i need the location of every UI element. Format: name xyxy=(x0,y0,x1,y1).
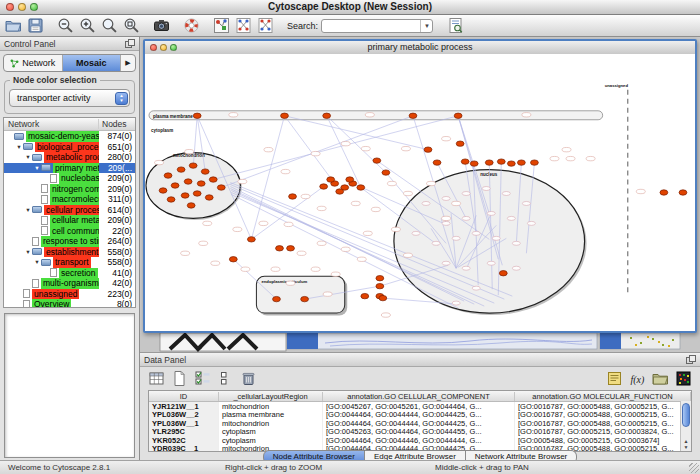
search-dropdown-arrow-icon[interactable]: ▼ xyxy=(420,20,430,32)
folder-icon xyxy=(32,154,42,161)
column-header-annotation-go-cellular-component[interactable]: annotation.GO CELLULAR_COMPONENT xyxy=(323,392,515,401)
app-titlebar: Cytoscape Desktop (New Session) xyxy=(0,0,700,15)
status-welcome: Welcome to Cytoscape 2.8.1 xyxy=(8,463,110,472)
node-count: 209(... xyxy=(108,163,132,174)
tree-row-response-to-stimul[interactable]: response to stimul264(0) xyxy=(4,236,135,247)
zoom-actual-icon[interactable] xyxy=(101,17,118,34)
tree-row-biological-process[interactable]: ▼biological_process651(0) xyxy=(4,142,135,153)
toolbar-group xyxy=(5,17,44,34)
column-header-id[interactable]: ID xyxy=(149,392,219,401)
folder-icon xyxy=(32,206,42,213)
snapshot-icon[interactable] xyxy=(153,17,170,34)
toolbar-group xyxy=(153,17,170,34)
zoom-fit-icon[interactable] xyxy=(123,17,140,34)
expand-arrow-icon[interactable]: ▼ xyxy=(24,247,32,258)
tree-row-establishment-of-lo[interactable]: ▼establishment of lo558(0) xyxy=(4,247,135,258)
group-label: Node color selection xyxy=(10,75,100,85)
tree-row-unassigned[interactable]: unassigned223(0) xyxy=(4,289,135,300)
search-input[interactable] xyxy=(324,20,420,32)
layout-icon-2[interactable] xyxy=(257,17,274,34)
tree-row-secretion[interactable]: secretion41(0) xyxy=(4,268,135,279)
table-scrollbar[interactable]: ▲▼ xyxy=(680,401,691,451)
app-title: Cytoscape Desktop (New Session) xyxy=(0,1,700,12)
attr-table-icon[interactable] xyxy=(148,370,165,387)
network-tree-rows: mosaic-demo-yeast874(0)▼biological_proce… xyxy=(4,131,135,308)
help-icon[interactable] xyxy=(183,17,200,34)
column-header-cellularlayoutregion[interactable]: _cellularLayoutRegion xyxy=(219,392,323,401)
expand-arrow-icon[interactable]: ▼ xyxy=(33,257,41,268)
node-count: 874(0) xyxy=(107,131,132,142)
birds-eye-view[interactable] xyxy=(4,313,135,458)
save-icon[interactable] xyxy=(27,17,44,34)
unselect-attr-icon[interactable] xyxy=(217,370,234,387)
data-panel-title: Data Panel xyxy=(144,355,186,365)
svg-text:plasma membrane: plasma membrane xyxy=(153,114,193,119)
table-row-ypl036w-1[interactable]: YPL036W__1mitochondrion[GO:0044464, GO:0… xyxy=(149,419,691,428)
select-attr-icon[interactable] xyxy=(194,370,211,387)
matrix-icon[interactable] xyxy=(675,370,692,387)
zoom-out-icon[interactable] xyxy=(57,17,74,34)
float-panel-icon[interactable] xyxy=(125,39,135,48)
expand-arrow-icon[interactable]: ▼ xyxy=(24,152,32,163)
node-count: 558(0) xyxy=(107,257,132,268)
network-tab-icon xyxy=(10,59,19,68)
new-attr-icon[interactable] xyxy=(171,370,188,387)
tree-row-cellular-metabo[interactable]: cellular metabo209(0) xyxy=(4,215,135,226)
table-row-yjr121w-1[interactable]: YJR121W__1mitochondrion[GO:0045267, GO:0… xyxy=(149,402,691,411)
resize-grip[interactable] xyxy=(689,463,699,473)
combo-stepper-icon: ▲▼ xyxy=(115,92,128,105)
node-color-select[interactable]: transporter activity ▲▼ xyxy=(9,89,130,107)
tree-row-cellular-process[interactable]: ▼cellular process614(0) xyxy=(4,205,135,216)
tree-row-nitrogen-compo[interactable]: nitrogen compo209(0) xyxy=(4,184,135,195)
tree-row-overview[interactable]: Overview8(0) xyxy=(4,299,135,308)
file-icon xyxy=(41,184,48,193)
float-panel-icon[interactable] xyxy=(686,355,696,364)
network-window-titlebar[interactable]: primary metabolic process xyxy=(145,41,695,55)
scrollbar-thumb[interactable] xyxy=(682,403,690,427)
import-icon[interactable] xyxy=(652,370,669,387)
vizmapper-icon[interactable] xyxy=(213,17,230,34)
column-header-annotation-go-molecular-function[interactable]: annotation.GO MOLECULAR_FUNCTION xyxy=(515,392,691,401)
file-icon xyxy=(32,237,39,246)
tree-col-nodes[interactable]: Nodes xyxy=(98,119,135,129)
tab-overflow-arrow-icon[interactable]: ▶ xyxy=(121,55,135,71)
tree-row-transport[interactable]: ▼transport558(0) xyxy=(4,257,135,268)
network-graph[interactable]: plasma membranecytoplasmmitochondrionnuc… xyxy=(145,54,695,331)
svg-text:cytoplasm: cytoplasm xyxy=(151,128,173,133)
node-count: 209(0) xyxy=(107,184,132,195)
expand-arrow-icon[interactable]: ▼ xyxy=(33,163,41,174)
scrollbar-arrows-icon[interactable]: ▲▼ xyxy=(681,438,691,450)
zoom-in-icon[interactable] xyxy=(79,17,96,34)
network-view-window[interactable]: primary metabolic process plasma membran… xyxy=(143,39,697,333)
toolbar-icons xyxy=(5,17,287,34)
tree-col-network[interactable]: Network xyxy=(4,119,98,129)
expand-arrow-icon[interactable]: ▼ xyxy=(15,142,23,153)
tree-row-nucleobase[interactable]: nucleobase-209(0) xyxy=(4,173,135,184)
formula-icon[interactable]: f(x) xyxy=(629,370,646,387)
search-config-icon[interactable] xyxy=(447,17,464,34)
attribute-table-rows: YJR121W__1mitochondrion[GO:0045267, GO:0… xyxy=(149,402,691,452)
tab-network[interactable]: Network xyxy=(4,55,63,71)
expand-arrow-icon[interactable]: ▼ xyxy=(24,205,32,216)
table-row-ykr052c[interactable]: YKR052Ccytoplasm[GO:0044464, GO:0044446,… xyxy=(149,436,691,445)
tree-row-mosaic-demo-yeast[interactable]: mosaic-demo-yeast874(0) xyxy=(4,131,135,142)
tree-row-primary-metabo[interactable]: ▼primary metabo209(... xyxy=(4,163,135,174)
table-row-ylr295c[interactable]: YLR295Ccytoplasm[GO:0045263, GO:0044464,… xyxy=(149,428,691,437)
tree-label: macromolecule xyxy=(50,194,99,205)
tab-mosaic[interactable]: Mosaic xyxy=(63,55,122,71)
data-panel: Data Panel f(x) ID_cellularLayoutRegiona… xyxy=(140,352,700,461)
table-row-ypl036w-2[interactable]: YPL036W__2plasma membrane[GO:0044464, GO… xyxy=(149,411,691,420)
network-canvas[interactable]: plasma membranecytoplasmmitochondrionnuc… xyxy=(145,54,695,331)
tree-label: biological_process xyxy=(35,142,99,153)
open-icon[interactable] xyxy=(5,17,22,34)
delete-attr-icon[interactable] xyxy=(240,370,257,387)
tree-row-cell-communicat[interactable]: cell communicat22(0) xyxy=(4,226,135,237)
tree-row-multi-organism-pro[interactable]: multi-organism pro42(0) xyxy=(4,278,135,289)
tree-row-metabolic-process[interactable]: ▼metabolic process280(0) xyxy=(4,152,135,163)
layout-icon-1[interactable] xyxy=(235,17,252,34)
note-icon[interactable] xyxy=(606,370,623,387)
node-count: 42(0) xyxy=(112,278,132,289)
file-icon xyxy=(41,216,48,225)
tree-row-macromolecule[interactable]: macromolecule311(0) xyxy=(4,194,135,205)
toolbar-group xyxy=(183,17,200,34)
